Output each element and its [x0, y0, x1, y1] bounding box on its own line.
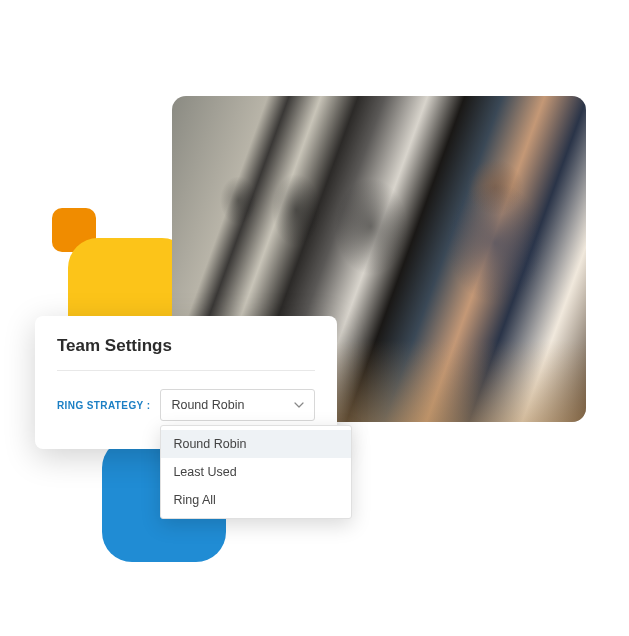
dropdown-option-round-robin[interactable]: Round Robin [161, 430, 351, 458]
ring-strategy-row: RING STRATEGY : Round Robin Round Robin … [57, 389, 315, 421]
ring-strategy-input[interactable]: Round Robin [160, 389, 315, 421]
ring-strategy-label: RING STRATEGY : [57, 400, 150, 411]
select-value: Round Robin [171, 398, 244, 412]
dropdown-option-ring-all[interactable]: Ring All [161, 486, 351, 514]
ring-strategy-dropdown: Round Robin Least Used Ring All [160, 425, 352, 519]
card-title: Team Settings [57, 336, 315, 371]
dropdown-option-least-used[interactable]: Least Used [161, 458, 351, 486]
ring-strategy-select: Round Robin Round Robin Least Used Ring … [160, 389, 315, 421]
chevron-down-icon [294, 402, 304, 408]
team-settings-card: Team Settings RING STRATEGY : Round Robi… [35, 316, 337, 449]
